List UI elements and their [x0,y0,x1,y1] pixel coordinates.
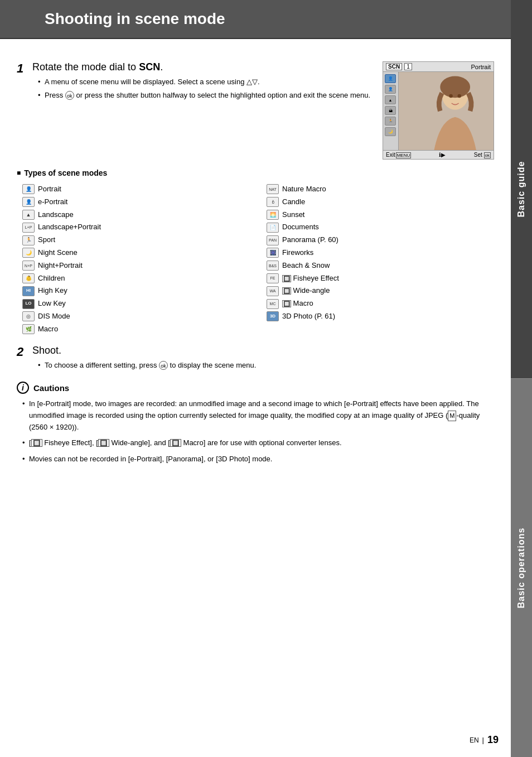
scene-types-section: Types of scene modes 👤 Portrait 👤 e-Port… [17,168,494,336]
sunset-label: Sunset [282,209,304,221]
camera-photo-area [399,72,494,150]
dis-label: DIS Mode [38,311,70,322]
step-1-inner: Rotate the mode dial to SCN. A menu of s… [32,61,494,160]
panorama-label: Panorama (P. 60) [282,234,338,246]
scene-mode-high-key: HI High Key [22,285,250,297]
main-content: Shooting in scene mode 1 Rotate the mode… [0,0,511,485]
step-1-bullets: A menu of scene menu will be displayed. … [32,76,371,100]
eportrait-label: e-Portrait [38,196,67,208]
documents-label: Documents [282,221,319,233]
footer-separator: | [482,736,484,744]
night-portrait-icon: N+P [22,261,35,271]
macro-label: Macro [38,324,58,335]
scene-mode-sunset: 🌅 Sunset [267,209,494,221]
page-header: Shooting in scene mode [0,0,511,38]
camera-preview: SCN 1 Portrait 👤 👤 ▲ 🏔 🏃 [383,61,494,160]
scene-mode-landscape: ▲ Landscape [22,209,250,221]
high-key-label: High Key [38,285,67,297]
landscape-label: Landscape [38,209,74,221]
cam-icon-4: 🏔 [385,106,396,115]
cautions-title-text: Cautions [33,383,69,393]
portrait-label: Portrait [38,184,61,195]
beach-snow-icon: B&S [267,261,279,271]
step-1-number: 1 [17,61,32,76]
step-2-content: Shoot. To choose a different setting, pr… [32,345,494,373]
step-1-bullet-2: Press ok or press the shutter button hal… [38,90,371,101]
step-1: 1 Rotate the mode dial to SCN. A menu of… [17,61,494,160]
3d-label: 3D Photo (P. 61) [282,311,335,322]
step-2-number: 2 [17,345,32,359]
sport-icon: 🏃 [22,235,35,245]
scene-mode-eportrait: 👤 e-Portrait [22,196,250,209]
svg-point-2 [440,76,470,98]
cam-icon-1: 👤 [385,74,396,83]
scene-mode-landscape-portrait: L+P Landscape+Portrait [22,221,250,234]
side-tabs: Basic guide Basic operations [511,0,532,757]
landscape-portrait-label: Landscape+Portrait [38,221,101,233]
step-2: 2 Shoot. To choose a different setting, … [17,345,494,373]
eportrait-icon: 👤 [22,197,35,207]
caution-item-3: Movies can not be recorded in [e-Portrai… [22,454,494,465]
cam-icon-3: ▲ [385,95,396,104]
nature-macro-icon: NAT [267,184,279,194]
set-label: Set ok [474,152,491,158]
macro-icon: 🌿 [22,324,35,334]
scene-mode-dis: ◎ DIS Mode [22,310,250,323]
step-1-title: Rotate the mode dial to SCN. [32,61,371,73]
night-icon: 🌙 [22,248,35,258]
candle-label: Candle [282,196,305,208]
step-1-text: Rotate the mode dial to SCN. A menu of s… [32,61,371,103]
scene-mode-beach-snow: B&S Beach & Snow [267,259,494,272]
page-footer: EN | 19 [470,734,499,746]
camera-preview-bottom: ExitMENU ℹ▶ Set ok [383,150,494,159]
fireworks-icon: 🎆 [267,248,279,258]
step-1-content: Rotate the mode dial to SCN. A menu of s… [32,61,494,160]
side-tab-basic-operations: Basic operations [511,379,532,758]
caution-item-2: [🔲 Fisheye Effect], [🔲 Wide-angle], and … [22,437,494,449]
content-body: 1 Rotate the mode dial to SCN. A menu of… [0,50,511,485]
wide-angle-icon: WA [267,286,279,296]
sport-label: Sport [38,234,55,246]
svg-point-3 [449,94,452,98]
camera-preview-body: 👤 👤 ▲ 🏔 🏃 🌙 [383,72,494,150]
nature-macro-label: Nature Macro [282,184,326,195]
title-rule [0,38,511,39]
fisheye-icon: FE [267,273,279,283]
step-1-title-suffix: . [160,61,163,73]
scene-mode-night-portrait: N+P Night+Portrait [22,259,250,272]
macro2-label: 🔲 Macro [282,298,313,310]
page-number: 19 [487,734,499,746]
3d-icon: 3D [267,311,279,321]
scene-modes-left: 👤 Portrait 👤 e-Portrait ▲ Landscape L+P … [22,183,250,336]
beach-snow-label: Beach & Snow [282,260,330,272]
scn-badge: SCN [386,63,402,70]
exit-label: ExitMENU [386,152,411,158]
candle-icon: 🕯 [267,197,279,207]
scene-mode-macro2: MC 🔲 Macro [267,297,494,310]
documents-icon: 📄 [267,223,279,233]
camera-preview-top: SCN 1 Portrait [383,62,494,72]
sunset-icon: 🌅 [267,210,279,220]
scene-mode-macro: 🌿 Macro [22,323,250,336]
night-portrait-label: Night+Portrait [38,260,83,272]
scene-modes-grid: 👤 Portrait 👤 e-Portrait ▲ Landscape L+P … [17,183,494,336]
children-label: Children [38,273,65,285]
side-tab-basic-operations-label: Basic operations [516,527,526,608]
portrait-icon: 👤 [22,184,35,194]
scene-mode-low-key: LO Low Key [22,297,250,310]
low-key-label: Low Key [38,298,66,310]
scene-mode-nature-macro: NAT Nature Macro [267,183,494,196]
step-1-title-prefix: Rotate the mode dial to [32,61,139,73]
cautions-list: In [e-Portrait] mode, two images are rec… [17,398,494,465]
info-label: ℹ▶ [439,152,446,158]
fisheye-label: 🔲 Fisheye Effect [282,273,339,285]
children-icon: 👶 [22,273,35,283]
cam-icon-2: 👤 [385,85,396,94]
night-label: Night Scene [38,247,78,259]
svg-point-4 [457,94,461,98]
scene-modes-right: NAT Nature Macro 🕯 Candle 🌅 Sunset 📄 Doc… [267,183,494,336]
scene-mode-sport: 🏃 Sport [22,234,250,247]
scene-mode-wide-angle: WA 🔲 Wide-angle [267,285,494,297]
scene-mode-candle: 🕯 Candle [267,196,494,209]
side-tab-basic-guide: Basic guide [511,0,532,379]
